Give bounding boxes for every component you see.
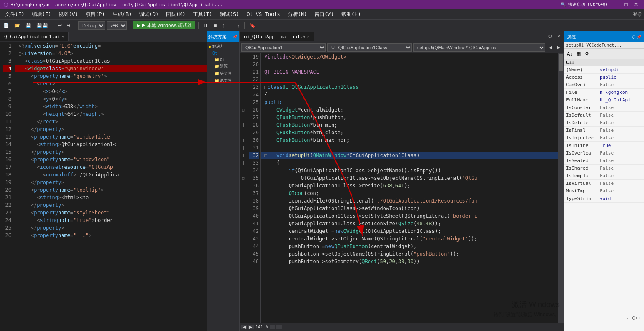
code-line-12: </property> — [15, 125, 207, 133]
code-line-4: <widget class="QMainWindow" — [15, 65, 207, 72]
cpp-line-35: QtGuiApplication1Class->setObjectName(QS… — [261, 174, 558, 182]
toolbar-new[interactable]: 📄 — [2, 22, 11, 29]
cpp-line-30: QPushButton *btn_max_nor; — [261, 136, 558, 144]
menu-item-tools[interactable]: 工具(T) — [190, 10, 216, 19]
collapse-32[interactable]: □ — [242, 174, 244, 182]
menu-item-help[interactable]: 帮助(H) — [338, 10, 364, 19]
code-line-18: <normaloff> :/QtGuiApplica — [15, 171, 207, 179]
minimize-button[interactable]: ─ — [611, 1, 620, 8]
collapse-27: | — [242, 136, 244, 144]
toolbar-redo[interactable]: ↪ — [65, 22, 72, 29]
code-line-10: <height> 641 </height> — [15, 110, 207, 118]
prop-categorize-btn[interactable]: ▦ — [575, 50, 582, 57]
zoom-increase-button[interactable]: + — [276, 325, 282, 329]
prop-row-isfinal: IsFinal False — [564, 127, 644, 134]
xml-tab-close[interactable]: ✕ — [62, 35, 64, 39]
code-line-8: <y> 0 </y> — [15, 95, 207, 103]
scroll-right-btn[interactable]: ▶ — [555, 45, 562, 50]
menu-item-edit[interactable]: 编辑(E) — [29, 10, 55, 19]
menu-item-qtvs[interactable]: Qt VS Tools — [243, 11, 283, 18]
xml-code-area[interactable]: 123 4 567 8910 111213 141516 171819 2021… — [0, 42, 207, 331]
solution-item-5[interactable]: 📁源文件 — [207, 77, 238, 84]
toolbar-saveall[interactable]: 💾💾 — [35, 22, 50, 29]
toolbar-undo[interactable]: ↩ — [56, 22, 63, 29]
cpp-line-36: QtGuiApplication1Class->resize(638, 641)… — [261, 182, 558, 190]
menu-item-test[interactable]: 测试(S) — [217, 10, 243, 19]
prop-row-isdelete: IsDelete False — [564, 119, 644, 127]
code-line-11: </rect> — [15, 118, 207, 125]
code-line-2: □ <ui version="4.0" > — [15, 50, 207, 57]
prop-row-typestring: TypeStrin void — [564, 195, 644, 203]
solution-item-3[interactable]: 📁资源 — [207, 63, 238, 70]
toolbar-bookmark[interactable]: 🔖 — [248, 22, 257, 29]
prop-row-isshared: IsShared False — [564, 165, 644, 172]
collapse-28: | — [242, 144, 244, 152]
code-line-7: <x> 0 </x> — [15, 88, 207, 95]
panel-close-button[interactable]: ✕ — [555, 33, 562, 40]
platform-select[interactable]: x86 — [107, 21, 127, 30]
login-button[interactable]: 登录 — [633, 11, 642, 18]
cpp-code-content[interactable]: #include <QtWidgets/QWidget> QT_BEGIN_NA… — [261, 53, 558, 323]
search-box[interactable]: 🔍 快速启动 (Ctrl+Q) — [561, 2, 608, 8]
menu-item-file[interactable]: 文件(F) — [2, 10, 28, 19]
menu-item-view[interactable]: 视图(V) — [55, 10, 81, 19]
cpp-line-40: QtGuiApplication1Class->setStyleSheet(QS… — [261, 212, 558, 220]
solution-item-0[interactable]: ▶ 解决方 — [207, 43, 238, 50]
class-dropdown[interactable]: QtGuiApplication1 — [241, 43, 326, 52]
cpp-header-tab[interactable]: ui_QtGuiApplication1.h ✕ — [240, 32, 314, 41]
toolbar-step-over[interactable]: ⤵ — [221, 22, 227, 29]
code-line-19: </property> — [15, 179, 207, 186]
prop-settings-btn[interactable]: ⚙ — [583, 50, 591, 57]
fn-dropdown[interactable]: Ui_QtGuiApplication1Class — [327, 43, 412, 52]
toolbar-save[interactable]: 💾 — [24, 22, 33, 29]
cpp-line-42: centralWidget = new QWidget(QtGuiApplica… — [261, 227, 558, 235]
properties-header: 属性 ⬡ 📌 — [564, 31, 644, 42]
cpp-tab-close[interactable]: ✕ — [307, 35, 309, 39]
menu-item-window[interactable]: 窗口(W) — [311, 10, 337, 19]
prop-panel-float[interactable]: ⬡ — [632, 35, 636, 39]
menu-item-analyze[interactable]: 分析(N) — [284, 10, 311, 19]
debug-config-select[interactable]: Debug — [78, 21, 105, 30]
panel-float-button[interactable]: ⬡ — [547, 33, 554, 40]
menu-item-project[interactable]: 项目(P) — [82, 10, 108, 19]
prop-row-name: (Name) setupUi — [564, 66, 644, 74]
toolbar-step-out[interactable]: ↑ — [236, 22, 241, 29]
member-dropdown[interactable]: setupUi(QMainWindow * QtGuiApplica — [413, 43, 545, 52]
code-line-5: <property name="geometry"> — [15, 72, 207, 80]
cpp-line-28: QPushButton *btn_min; — [261, 121, 558, 129]
prop-sort-btn[interactable]: A↓ — [565, 51, 574, 57]
prop-row-file: File h:\gongkon — [564, 89, 644, 96]
toolbar-stop[interactable]: ⏹ — [211, 22, 219, 29]
code-line-15: </property> — [15, 148, 207, 156]
code-line-1: <?xml version="1.0" encoding= — [15, 42, 207, 50]
solution-pin[interactable]: 📌 — [233, 35, 237, 39]
code-line-14: <string> QtGuiApplication1< — [15, 141, 207, 148]
xml-tab[interactable]: QtGuiApplication1.ui ✕ — [0, 32, 69, 41]
code-line-26: <property name="..."> — [15, 232, 207, 239]
solution-item-4[interactable]: 📁头文件 — [207, 70, 238, 77]
cpp-line-22 — [261, 76, 558, 83]
close-button[interactable]: ✕ — [631, 1, 641, 8]
scroll-right[interactable]: ▶ — [248, 325, 254, 329]
solution-item-1[interactable]: Qt — [207, 50, 238, 56]
menu-item-team[interactable]: 团队(M) — [163, 10, 189, 19]
prop-row-isdefault: IsDefault False — [564, 112, 644, 119]
toolbar-pause[interactable]: ⏸ — [201, 22, 209, 29]
run-debugger-button[interactable]: ▶ ▶ 本地 Windows 调试器 — [133, 21, 195, 29]
menu-item-debug[interactable]: 调试(D) — [136, 10, 162, 19]
toolbar-step-in[interactable]: ↓ — [228, 22, 234, 29]
collapse-25: | — [242, 121, 244, 129]
scroll-left-btn[interactable]: ◀ — [547, 45, 554, 50]
maximize-button[interactable]: □ — [621, 1, 631, 8]
zoom-decrease-button[interactable]: − — [270, 325, 275, 329]
prop-panel-pin[interactable]: 📌 — [636, 35, 641, 39]
solution-item-2[interactable]: 📁Qt — [207, 56, 238, 63]
right-scrollbar[interactable] — [558, 53, 564, 323]
collapse-23[interactable]: □ — [242, 106, 244, 114]
cpp-line-32: □ void setupUi ( QMainWindow *QtGuiAppli… — [261, 152, 558, 159]
prop-row-mustimplement: MustImp False — [564, 187, 644, 195]
scroll-left[interactable]: ◀ — [241, 325, 247, 329]
toolbar-open[interactable]: 📂 — [13, 22, 22, 29]
menu-item-build[interactable]: 生成(B) — [109, 10, 135, 19]
cpp-line-45: pushButton->setObjectName(QStringLiteral… — [261, 250, 558, 258]
